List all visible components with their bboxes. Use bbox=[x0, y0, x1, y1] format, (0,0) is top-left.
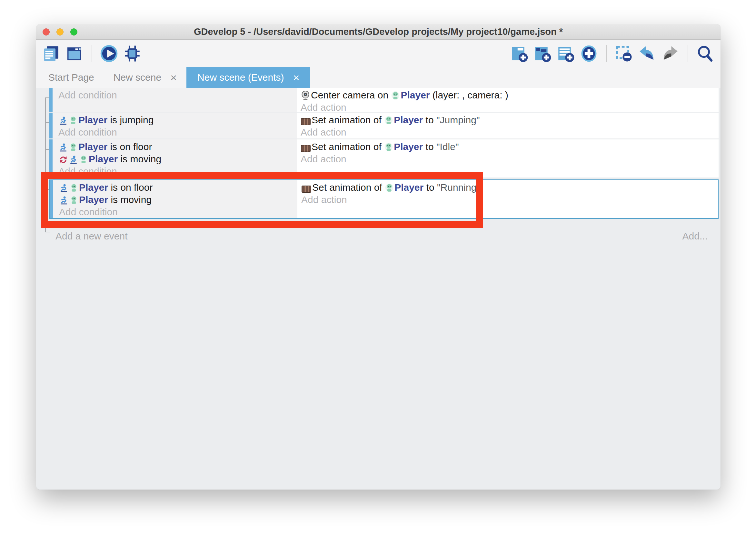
action-text: to bbox=[423, 114, 436, 125]
player-object-icon bbox=[385, 143, 393, 152]
add-condition-link[interactable]: Add condition bbox=[58, 89, 297, 101]
event-drag-handle[interactable] bbox=[50, 180, 53, 218]
project-manager-icon bbox=[42, 45, 60, 62]
condition-line[interactable]: Player is moving bbox=[58, 153, 297, 165]
choose-add-event-button[interactable] bbox=[579, 44, 599, 63]
toolbar-divider bbox=[688, 45, 688, 62]
add-subevent-icon bbox=[533, 45, 551, 62]
object-name: Player bbox=[78, 114, 107, 125]
minimize-window-button[interactable] bbox=[57, 28, 63, 35]
events-sheet: Add condition Center camera on Player (l… bbox=[36, 88, 721, 490]
add-condition-link[interactable]: Add condition bbox=[59, 206, 297, 218]
tab-bar: Start Page New scene × New scene (Events… bbox=[36, 67, 721, 88]
action-line[interactable]: Set animation of Player to "Jumping" bbox=[301, 114, 719, 126]
event-row[interactable]: Add condition Center camera on Player (l… bbox=[49, 88, 719, 112]
project-manager-button[interactable] bbox=[41, 44, 61, 63]
undo-button[interactable] bbox=[637, 44, 657, 63]
close-tab-icon[interactable]: × bbox=[170, 72, 177, 83]
object-name: Player bbox=[78, 141, 107, 152]
event-row[interactable]: Player is jumping Add condition Set anim… bbox=[49, 113, 719, 139]
object-name: Player bbox=[79, 194, 108, 205]
tab-new-scene[interactable]: New scene × bbox=[104, 67, 186, 88]
close-window-button[interactable] bbox=[43, 28, 50, 35]
add-event-button[interactable] bbox=[510, 44, 530, 63]
player-object-icon bbox=[70, 183, 78, 193]
animation-icon bbox=[301, 118, 311, 125]
add-more-link[interactable]: Add... bbox=[682, 229, 708, 243]
action-text: (layer: , camera: ) bbox=[430, 90, 508, 101]
zoom-window-button[interactable] bbox=[70, 28, 77, 35]
tab-start-page[interactable]: Start Page bbox=[39, 67, 104, 88]
conditions-column[interactable]: Player is on floor Player is moving Add … bbox=[53, 140, 297, 178]
add-action-link[interactable]: Add action bbox=[301, 126, 719, 139]
scene-editor-button[interactable] bbox=[64, 44, 85, 63]
add-new-event-link[interactable]: Add a new event bbox=[56, 229, 128, 243]
action-line[interactable]: Set animation of Player to "Running" bbox=[301, 181, 718, 194]
tab-new-scene-events[interactable]: New scene (Events) × bbox=[186, 67, 310, 88]
action-text: to bbox=[423, 141, 436, 152]
action-text: Set animation of bbox=[312, 141, 384, 152]
close-tab-icon[interactable]: × bbox=[293, 72, 299, 83]
tab-label: New scene bbox=[114, 72, 161, 83]
play-button[interactable] bbox=[99, 44, 119, 63]
delete-selection-button[interactable] bbox=[614, 44, 634, 63]
redo-icon bbox=[661, 45, 679, 62]
condition-line[interactable]: Player is on floor bbox=[59, 181, 297, 194]
action-text: to bbox=[424, 182, 437, 193]
action-line[interactable]: Center camera on Player (layer: , camera… bbox=[301, 89, 719, 101]
condition-text: is on floor bbox=[108, 182, 153, 193]
add-event-icon bbox=[510, 45, 528, 62]
actions-column[interactable]: Set animation of Player to "Jumping" Add… bbox=[297, 113, 719, 139]
add-action-link[interactable]: Add action bbox=[301, 153, 719, 165]
add-subevent-button[interactable] bbox=[533, 44, 553, 63]
condition-line[interactable]: Player is on floor bbox=[58, 141, 297, 153]
delete-icon bbox=[615, 45, 633, 62]
player-object-icon bbox=[391, 91, 399, 101]
redo-button[interactable] bbox=[661, 44, 681, 63]
conditions-column[interactable]: Player is on floor Player is moving Add … bbox=[53, 180, 297, 218]
object-name: Player bbox=[395, 182, 424, 193]
search-icon bbox=[696, 45, 714, 62]
choose-add-event-icon bbox=[580, 45, 598, 62]
event-drag-handle[interactable] bbox=[49, 140, 53, 178]
object-name: Player bbox=[89, 154, 118, 164]
platformer-behavior-icon bbox=[59, 184, 68, 193]
conditions-column[interactable]: Add condition bbox=[53, 88, 297, 112]
actions-column[interactable]: Center camera on Player (layer: , camera… bbox=[297, 88, 719, 112]
player-object-icon bbox=[385, 116, 393, 125]
actions-column[interactable]: Set animation of Player to "Idle" Add ac… bbox=[297, 140, 719, 178]
add-comment-button[interactable] bbox=[556, 44, 576, 63]
object-name: Player bbox=[79, 182, 108, 193]
event-row-selected[interactable]: Player is on floor Player is moving Add … bbox=[49, 180, 719, 219]
object-name: Player bbox=[400, 90, 430, 101]
player-object-icon bbox=[69, 116, 77, 125]
play-icon bbox=[100, 45, 118, 62]
condition-line[interactable]: Player is moving bbox=[59, 194, 297, 206]
platformer-behavior-icon bbox=[59, 196, 68, 205]
add-condition-link[interactable]: Add condition bbox=[58, 126, 297, 139]
actions-column[interactable]: Set animation of Player to "Running" Add… bbox=[297, 180, 718, 218]
add-condition-link[interactable]: Add condition bbox=[58, 165, 297, 178]
player-object-icon bbox=[70, 195, 78, 205]
tab-label: Start Page bbox=[48, 72, 94, 83]
object-name: Player bbox=[394, 114, 423, 125]
action-text: Center camera on bbox=[311, 90, 391, 101]
add-action-link[interactable]: Add action bbox=[301, 194, 718, 206]
event-row[interactable]: Player is on floor Player is moving Add … bbox=[49, 140, 719, 178]
platformer-behavior-icon bbox=[69, 155, 78, 164]
debug-icon bbox=[123, 45, 141, 62]
debug-button[interactable] bbox=[123, 44, 142, 63]
player-object-icon bbox=[69, 143, 77, 152]
animation-icon bbox=[302, 186, 311, 193]
toolbar-divider bbox=[92, 45, 92, 62]
action-line[interactable]: Set animation of Player to "Idle" bbox=[301, 141, 719, 153]
event-drag-handle[interactable] bbox=[49, 88, 53, 112]
traffic-lights bbox=[43, 24, 77, 40]
condition-line[interactable]: Player is jumping bbox=[58, 114, 297, 126]
search-button[interactable] bbox=[695, 44, 715, 63]
object-name: Player bbox=[394, 141, 423, 152]
not-icon bbox=[59, 155, 68, 164]
add-action-link[interactable]: Add action bbox=[301, 101, 719, 114]
event-drag-handle[interactable] bbox=[49, 113, 53, 139]
conditions-column[interactable]: Player is jumping Add condition bbox=[53, 113, 297, 139]
